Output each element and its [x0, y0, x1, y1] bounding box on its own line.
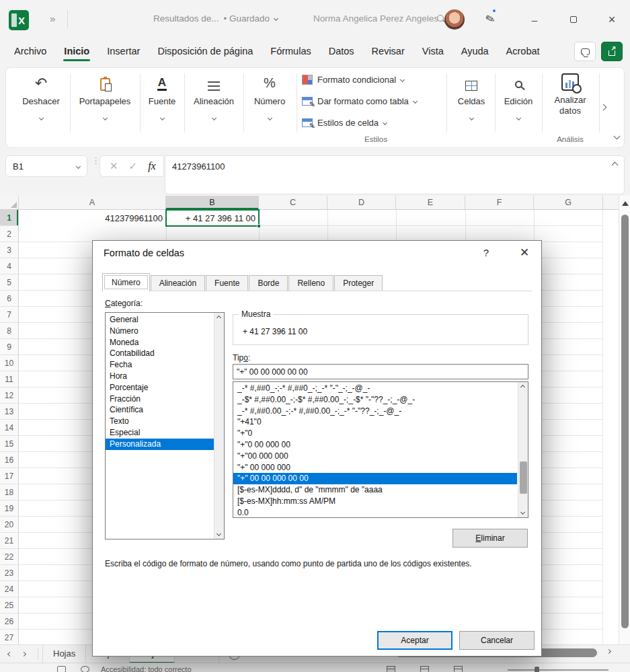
zoom-slider[interactable]: [508, 669, 608, 671]
ribbon-tab[interactable]: Vista: [414, 42, 452, 62]
format-as-table-button[interactable]: Dar formato como tabla: [302, 96, 417, 106]
category-item[interactable]: Científica: [106, 404, 214, 416]
category-item[interactable]: General: [106, 314, 214, 326]
macro-record-icon[interactable]: [57, 666, 66, 672]
row-header[interactable]: 15: [0, 436, 19, 452]
maximize-button[interactable]: [560, 8, 587, 31]
row-header[interactable]: 5: [0, 274, 19, 291]
dialog-tab[interactable]: Proteger: [334, 275, 383, 291]
collapse-ribbon-chevron-icon[interactable]: [614, 133, 621, 140]
cells-group-button[interactable]: Celdas: [450, 73, 493, 122]
ribbon-tab[interactable]: Inicio: [55, 42, 98, 62]
ribbon-tab[interactable]: Archivo: [5, 42, 55, 62]
row-header[interactable]: 6: [0, 291, 19, 307]
insert-function-icon[interactable]: fx: [148, 160, 156, 172]
column-header[interactable]: F: [465, 196, 534, 210]
editing-group-button[interactable]: Edición: [497, 73, 540, 122]
category-item[interactable]: Número: [106, 326, 214, 337]
row-header[interactable]: 24: [0, 581, 19, 597]
row-header[interactable]: 2: [0, 226, 19, 242]
ribbon-tab[interactable]: Insertar: [98, 42, 149, 62]
row-header[interactable]: 17: [0, 468, 19, 484]
vertical-scrollbar-thumb[interactable]: [621, 215, 629, 628]
dialog-tab[interactable]: Alineación: [151, 275, 205, 291]
expand-formula-bar-icon[interactable]: [612, 162, 619, 169]
page-layout-view-icon[interactable]: [420, 666, 429, 672]
sheet-nav-left-icon[interactable]: [7, 651, 12, 656]
row-header[interactable]: 19: [0, 500, 19, 517]
clipboard-group-button[interactable]: Portapapeles: [72, 73, 138, 122]
category-item[interactable]: Contabilidad: [106, 348, 214, 359]
page-break-view-icon[interactable]: [454, 666, 463, 672]
vertical-scrollbar[interactable]: [619, 196, 630, 644]
sheet-tab[interactable]: Hojas: [42, 645, 86, 663]
more-groups-chevron-icon[interactable]: [600, 104, 607, 111]
type-option[interactable]: "+"00 000 000: [233, 451, 517, 462]
type-option[interactable]: [$-es-MX]dddd, d" de "mmmm" de "aaaa: [233, 484, 517, 496]
analyze-data-button[interactable]: Analizar datos: [544, 73, 596, 116]
document-title[interactable]: Resultados de... • Guardado: [153, 13, 278, 24]
row-header[interactable]: 25: [0, 597, 19, 613]
ribbon-tab[interactable]: Acrobat: [498, 42, 549, 62]
type-option[interactable]: _-* #,##0_-;-* #,##0_-;_-* "-"_-;_-@_-: [233, 383, 517, 394]
ribbon-tab[interactable]: Datos: [320, 42, 363, 62]
category-item[interactable]: Moneda: [106, 337, 214, 348]
scroll-down-icon[interactable]: [520, 510, 525, 515]
category-item[interactable]: Texto: [106, 416, 214, 427]
cell-b1[interactable]: + 41 27 396 11 00: [165, 209, 260, 227]
cancel-icon[interactable]: ✕: [110, 160, 118, 172]
normal-view-icon[interactable]: [387, 666, 395, 672]
row-header[interactable]: 3: [0, 242, 19, 258]
type-option[interactable]: _-* #,##0.00_-;-* #,##0.00_-;_-* "-"??_-…: [233, 406, 517, 417]
type-option[interactable]: [$-es-MX]hh:mm:ss AM/PM: [233, 496, 517, 507]
row-header[interactable]: 14: [0, 420, 19, 436]
type-option[interactable]: "+" 00 000 000: [233, 462, 517, 474]
category-listbox[interactable]: GeneralNúmeroMonedaContabilidadFechaHora…: [105, 312, 225, 539]
enter-icon[interactable]: ✓: [129, 160, 138, 172]
undo-group-button[interactable]: ↶ Deshacer: [14, 73, 68, 122]
ribbon-tab[interactable]: Fórmulas: [262, 42, 319, 62]
row-header[interactable]: 4: [0, 258, 19, 274]
font-group-button[interactable]: A Fuente: [142, 73, 182, 122]
zoom-slider-handle[interactable]: [535, 667, 539, 672]
alignment-group-button[interactable]: Alineación: [186, 73, 241, 122]
type-option[interactable]: "+"0: [233, 428, 517, 439]
category-item[interactable]: Fracción: [106, 394, 214, 405]
scroll-up-icon[interactable]: [622, 201, 629, 206]
row-header[interactable]: 7: [0, 307, 19, 323]
category-item[interactable]: Porcentaje: [106, 382, 214, 394]
category-scrollbar[interactable]: [214, 313, 224, 539]
select-all-corner[interactable]: [0, 196, 19, 210]
scroll-up-icon[interactable]: [216, 315, 221, 320]
dialog-close-button[interactable]: ✕: [516, 246, 533, 260]
row-header[interactable]: 22: [0, 549, 19, 565]
ok-button[interactable]: Aceptar: [377, 631, 452, 650]
column-header[interactable]: C: [259, 196, 327, 210]
type-option[interactable]: _-$* #,##0.00_-;-$* #,##0.00_-;_-$* "-"?…: [233, 394, 517, 406]
type-option[interactable]: "+" 00 00 000 00 00: [233, 473, 517, 484]
type-scrollbar-thumb[interactable]: [520, 461, 527, 494]
quick-access-overflow-icon[interactable]: »: [50, 13, 55, 24]
type-option[interactable]: "+41"0: [233, 416, 517, 428]
row-header[interactable]: 26: [0, 613, 19, 630]
dialog-tab[interactable]: Relleno: [288, 275, 333, 291]
row-header[interactable]: 11: [0, 371, 19, 387]
row-header[interactable]: 23: [0, 565, 19, 581]
column-header[interactable]: A: [19, 196, 166, 210]
type-input[interactable]: "+" 00 00 000 00 00: [233, 364, 528, 379]
cancel-button[interactable]: Cancelar: [459, 631, 535, 650]
formula-input[interactable]: 41273961100: [165, 155, 625, 194]
row-header[interactable]: 18: [0, 484, 19, 500]
ribbon-tab[interactable]: Revisar: [363, 42, 414, 62]
row-header[interactable]: 20: [0, 517, 19, 533]
row-header[interactable]: 21: [0, 533, 19, 549]
column-header[interactable]: D: [327, 196, 396, 210]
conditional-formatting-button[interactable]: Formato condicional: [302, 75, 404, 85]
column-header[interactable]: B: [166, 196, 259, 210]
comments-button[interactable]: [574, 42, 596, 61]
close-button[interactable]: ×: [598, 8, 625, 31]
row-header[interactable]: 9: [0, 339, 19, 355]
category-item[interactable]: Personalizada: [106, 439, 214, 450]
minimize-button[interactable]: –: [521, 8, 548, 31]
dialog-tab[interactable]: Fuente: [206, 275, 248, 291]
